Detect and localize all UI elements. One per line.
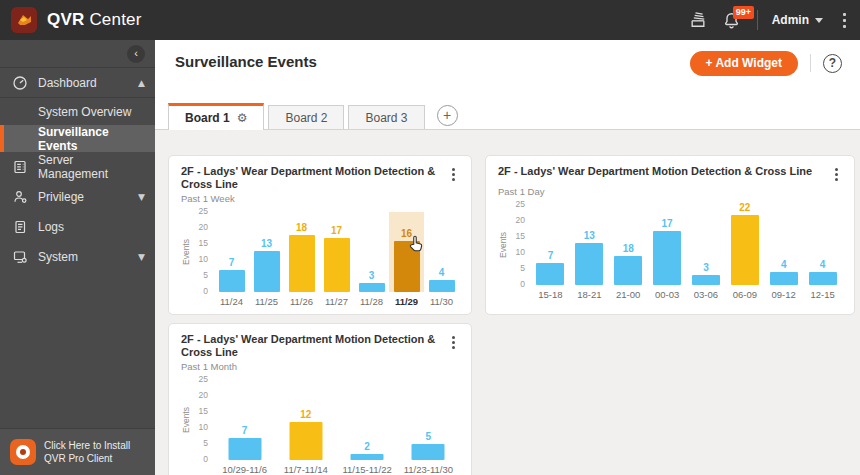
bar[interactable]: [614, 256, 642, 285]
sidebar-item-server-management[interactable]: Server Management: [0, 152, 155, 182]
admin-user-label: Admin: [772, 13, 809, 27]
y-tick-label: 15: [199, 238, 208, 248]
main-area: Surveillance Events + Add Widget ? Board…: [155, 40, 860, 475]
sidebar-item-dashboard[interactable]: Dashboard ▲: [0, 68, 155, 98]
add-widget-button[interactable]: + Add Widget: [690, 51, 798, 76]
x-tick-label: 15-18: [531, 289, 570, 300]
y-axis-label: Events: [498, 205, 509, 285]
bar-slot: 4: [424, 212, 459, 292]
y-axis: 0510152025: [192, 212, 214, 292]
widget-menu-icon[interactable]: [448, 165, 459, 184]
bar-slot: 18: [284, 212, 319, 292]
widget-card-day: 2F - Ladys' Wear Department Motion Detec…: [485, 155, 855, 315]
y-tick-label: 0: [203, 454, 208, 464]
bar-value-label: 4: [424, 267, 459, 278]
plot-area: 71318173164: [214, 212, 459, 292]
sidebar-item-label: Logs: [38, 220, 64, 234]
widget-menu-icon[interactable]: [448, 333, 459, 352]
x-tick-label: 11/7-11/14: [275, 464, 336, 475]
widget-card-week: 2F - Ladys' Wear Department Motion Detec…: [168, 155, 472, 315]
bar-value-label: 5: [398, 431, 459, 442]
bar-slot: 7: [214, 212, 249, 292]
bar-chart: Events051015202571318173224415-1818-2121…: [498, 205, 842, 300]
header-divider: [810, 54, 811, 72]
admin-user-menu[interactable]: Admin: [766, 0, 829, 40]
add-board-icon[interactable]: +: [437, 105, 458, 126]
bar[interactable]: [731, 215, 759, 285]
bar[interactable]: [770, 272, 798, 285]
bar[interactable]: [289, 235, 315, 293]
sidebar-item-surveillance-events[interactable]: Surveillance Events: [0, 125, 155, 152]
bar-slot: 3: [687, 205, 726, 285]
bar[interactable]: [536, 263, 564, 285]
bar-slot: 13: [249, 212, 284, 292]
background-tasks-icon[interactable]: [681, 0, 715, 40]
notifications-bell-icon[interactable]: 99+: [715, 0, 749, 40]
bar[interactable]: [289, 422, 322, 460]
bar-value-label: 3: [687, 262, 726, 273]
bar-slot: 5: [398, 380, 459, 460]
bar-slot: 18: [609, 205, 648, 285]
chevron-down-icon: ▼: [138, 192, 145, 202]
sidebar-collapse-icon[interactable]: ‹: [127, 45, 145, 63]
widget-card-month: 2F - Ladys' Wear Department Motion Detec…: [168, 323, 472, 475]
tab-board-2[interactable]: Board 2: [268, 105, 344, 129]
widget-title: 2F - Ladys' Wear Department Motion Detec…: [498, 165, 812, 178]
x-tick-label: 11/30: [424, 296, 459, 307]
sidebar-item-label: System: [38, 250, 78, 264]
board-settings-gear-icon[interactable]: ⚙: [237, 112, 248, 124]
bar[interactable]: [429, 280, 455, 293]
bar[interactable]: [575, 243, 603, 285]
widget-menu-icon[interactable]: [831, 165, 842, 184]
widget-title: 2F - Ladys' Wear Department Motion Detec…: [181, 165, 448, 191]
bar-value-label: 7: [214, 425, 275, 436]
widget-time-range: Past 1 Week: [181, 193, 459, 204]
sidebar-item-system[interactable]: System ▼: [0, 242, 155, 272]
x-tick-label: 18-21: [570, 289, 609, 300]
x-tick-label: 03-06: [687, 289, 726, 300]
x-tick-label: 11/25: [249, 296, 284, 307]
y-tick-label: 25: [199, 374, 208, 384]
dashboard-gauge-icon: [12, 75, 28, 91]
x-tick-label: 10/29-11/6: [214, 464, 275, 475]
bar[interactable]: [359, 283, 385, 293]
sidebar-item-label: Privilege: [38, 190, 84, 204]
install-qvr-pro-client-link[interactable]: Click Here to Install QVR Pro Client: [0, 428, 155, 475]
widget-title: 2F - Ladys' Wear Department Motion Detec…: [181, 333, 448, 359]
bar-slot: 7: [214, 380, 275, 460]
tab-board-3[interactable]: Board 3: [348, 105, 424, 129]
bar-slot: 17: [648, 205, 687, 285]
y-tick-label: 5: [520, 263, 525, 273]
bar-chart: Events05101520257131817316411/2411/2511/…: [181, 212, 459, 307]
x-tick-label: 12-15: [803, 289, 842, 300]
topbar-more-menu-icon[interactable]: [829, 13, 860, 28]
y-tick-label: 15: [516, 231, 525, 241]
bar[interactable]: [809, 272, 837, 285]
bar[interactable]: [228, 438, 261, 460]
tab-label: Board 3: [365, 111, 407, 125]
privilege-user-icon: [12, 189, 28, 205]
bar[interactable]: [351, 454, 384, 460]
sidebar-item-logs[interactable]: Logs: [0, 212, 155, 242]
y-axis-label: Events: [181, 212, 192, 292]
bar[interactable]: [324, 238, 350, 292]
y-axis: 0510152025: [192, 380, 214, 460]
x-tick-label: 11/24: [214, 296, 249, 307]
y-tick-label: 20: [516, 215, 525, 225]
chevron-down-icon: ▼: [138, 252, 145, 262]
x-axis: 11/2411/2511/2611/2711/2811/2911/30: [214, 296, 459, 307]
help-icon[interactable]: ?: [823, 54, 842, 73]
bar[interactable]: [254, 251, 280, 293]
tab-label: Board 1: [185, 111, 230, 125]
bar-value-label: 4: [803, 259, 842, 270]
bar[interactable]: [412, 444, 445, 460]
sidebar-item-label: Server Management: [38, 153, 145, 181]
bar[interactable]: [219, 270, 245, 292]
logs-icon: [12, 219, 28, 235]
bar[interactable]: [692, 275, 720, 285]
sidebar-item-system-overview[interactable]: System Overview: [0, 98, 155, 125]
bar-value-label: 18: [284, 222, 319, 233]
tab-board-1[interactable]: Board 1 ⚙: [168, 103, 264, 130]
bar[interactable]: [653, 231, 681, 285]
sidebar-item-privilege[interactable]: Privilege ▼: [0, 182, 155, 212]
